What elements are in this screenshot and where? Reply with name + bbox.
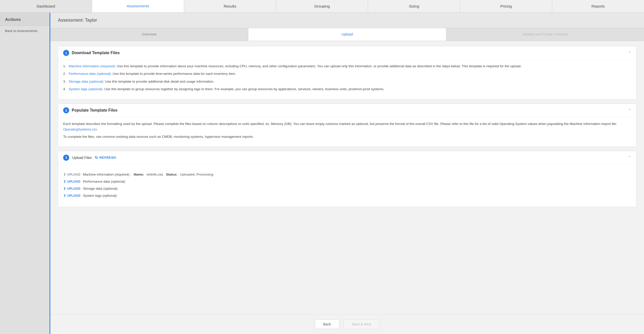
upload-machine-name-label: Name: bbox=[134, 173, 144, 176]
storage-data-link[interactable]: Storage data (optional): bbox=[69, 80, 104, 83]
download-title-text: Download Template Files bbox=[72, 51, 120, 55]
download-template-list: Machine information (required): Use this… bbox=[63, 64, 631, 92]
operating-systems-csv-link[interactable]: OperatingSystems.csv bbox=[63, 127, 97, 131]
main-layout: Actions Back to Assessments Assessment: … bbox=[0, 13, 644, 334]
populate-section-title: 2 Populate Template Files bbox=[63, 107, 117, 113]
nav-tab-sizing[interactable]: Sizing bbox=[368, 0, 460, 12]
sidebar-header: Actions bbox=[0, 13, 50, 26]
upload-section: 3 Upload Files ↻ REFRESH ⌃ bbox=[58, 151, 636, 207]
refresh-button[interactable]: ↻ REFRESH bbox=[95, 155, 116, 160]
assessment-title: Assessment: Taylor bbox=[50, 13, 644, 28]
upload-machine-status-value: Uploaded, Processing bbox=[180, 173, 213, 176]
list-item: System tags (optional): Use this templat… bbox=[63, 87, 631, 92]
upload-perf-icon: ⇧ bbox=[63, 180, 66, 184]
step-badge-2: 2 bbox=[63, 107, 69, 113]
back-to-assessments-link[interactable]: Back to Assessments bbox=[0, 26, 50, 36]
list-item: Storage data (optional): Use this templa… bbox=[63, 79, 631, 84]
tab-overview[interactable]: Overview bbox=[50, 28, 248, 41]
populate-section-header: 2 Populate Template Files ⌃ bbox=[58, 104, 636, 117]
download-section: 1 Download Template Files ⌃ Machine info… bbox=[58, 46, 636, 99]
upload-title-text: Upload Files bbox=[72, 156, 92, 160]
upload-row-tags: ⇧ UPLOAD System tags (optional) bbox=[63, 192, 631, 199]
populate-section-body: Each template describes the formatting u… bbox=[58, 117, 636, 147]
content-area: Assessment: Taylor Overview Upload Valid… bbox=[50, 13, 644, 334]
upload-tags-btn-label: UPLOAD bbox=[67, 194, 80, 197]
storage-data-desc: Use this template to provide additional … bbox=[105, 80, 214, 83]
upload-perf-btn-label: UPLOAD bbox=[67, 180, 80, 183]
nav-tab-assessments[interactable]: Assessments bbox=[92, 0, 184, 12]
nav-tab-results[interactable]: Results bbox=[184, 0, 276, 12]
populate-para1: Each template describes the formatting u… bbox=[63, 121, 631, 132]
top-nav: Dashboard Assessments Results Grouping S… bbox=[0, 0, 644, 13]
download-section-title: 1 Download Template Files bbox=[63, 50, 120, 56]
upload-perf-button[interactable]: ⇧ UPLOAD bbox=[63, 180, 80, 184]
system-tags-link[interactable]: System tags (optional): bbox=[69, 87, 103, 91]
list-item: Machine information (required): Use this… bbox=[63, 64, 631, 69]
upload-machine-status-label: Status: bbox=[166, 173, 178, 176]
populate-title-text: Populate Template Files bbox=[72, 108, 117, 113]
refresh-icon: ↻ bbox=[95, 155, 98, 160]
machine-info-desc: Use this template to provide information… bbox=[117, 64, 521, 68]
upload-machine-text: Machine information (required) : bbox=[83, 173, 131, 176]
upload-section-title-group: 3 Upload Files ↻ REFRESH bbox=[63, 155, 116, 161]
perf-data-desc: Use this template to provide time-series… bbox=[113, 72, 236, 76]
upload-machine-name-value: vmInfo.csv, bbox=[146, 173, 163, 176]
populate-collapse-icon[interactable]: ⌃ bbox=[628, 108, 631, 113]
machine-info-link[interactable]: Machine information (required): bbox=[69, 64, 116, 68]
step-badge-1: 1 bbox=[63, 50, 69, 56]
step-badge-3: 3 bbox=[63, 155, 69, 161]
upload-machine-icon: ⇧ bbox=[63, 173, 66, 177]
upload-rows: ⇧ UPLOAD Machine information (required) … bbox=[63, 169, 631, 202]
upload-tags-text: System tags (optional) bbox=[83, 194, 117, 197]
back-button[interactable]: Back bbox=[315, 319, 339, 329]
populate-para2: To complete the files, use common existi… bbox=[63, 134, 631, 140]
upload-tags-icon: ⇧ bbox=[63, 194, 66, 198]
upload-storage-button[interactable]: ⇧ UPLOAD bbox=[63, 187, 80, 191]
upload-machine-btn-label: UPLOAD bbox=[67, 173, 80, 176]
download-section-header: 1 Download Template Files ⌃ bbox=[58, 46, 636, 60]
sub-tabs: Overview Upload Validate and Create Inve… bbox=[50, 28, 644, 41]
upload-storage-btn-label: UPLOAD bbox=[67, 187, 80, 190]
page-content: 1 Download Template Files ⌃ Machine info… bbox=[50, 41, 644, 314]
list-item: Performance data (optional): Use this te… bbox=[63, 71, 631, 76]
refresh-label: REFRESH bbox=[99, 156, 116, 159]
nav-tab-dashboard[interactable]: Dashboard bbox=[0, 0, 92, 12]
upload-collapse-icon[interactable]: ⌃ bbox=[628, 155, 631, 160]
tab-validate: Validate and Create Inventory bbox=[446, 28, 644, 41]
bottom-bar: Back Save & Next bbox=[50, 314, 644, 334]
download-section-body: Machine information (required): Use this… bbox=[58, 60, 636, 99]
sidebar: Actions Back to Assessments bbox=[0, 13, 50, 334]
system-tags-desc: Use this template to group resources tog… bbox=[104, 87, 384, 91]
perf-data-link[interactable]: Performance data (optional): bbox=[69, 72, 112, 76]
nav-tab-pricing[interactable]: Pricing bbox=[460, 0, 552, 12]
upload-storage-text: Storage data (optional) bbox=[83, 187, 117, 190]
upload-section-body: ⇧ UPLOAD Machine information (required) … bbox=[58, 164, 636, 207]
populate-section: 2 Populate Template Files ⌃ Each templat… bbox=[58, 104, 636, 147]
upload-machine-button[interactable]: ⇧ UPLOAD bbox=[63, 173, 80, 177]
download-collapse-icon[interactable]: ⌃ bbox=[628, 51, 631, 55]
upload-row-storage: ⇧ UPLOAD Storage data (optional) bbox=[63, 185, 631, 192]
upload-tags-button[interactable]: ⇧ UPLOAD bbox=[63, 194, 80, 198]
upload-row-machine: ⇧ UPLOAD Machine information (required) … bbox=[63, 171, 631, 178]
upload-storage-icon: ⇧ bbox=[63, 187, 66, 191]
upload-section-header: 3 Upload Files ↻ REFRESH ⌃ bbox=[58, 151, 636, 164]
save-next-button: Save & Next bbox=[343, 319, 380, 329]
upload-row-perf: ⇧ UPLOAD Performance data (optional) bbox=[63, 178, 631, 185]
upload-perf-text: Performance data (optional) bbox=[83, 180, 125, 183]
nav-tab-reports[interactable]: Reports bbox=[552, 0, 644, 12]
tab-upload[interactable]: Upload bbox=[248, 28, 446, 41]
nav-tab-grouping[interactable]: Grouping bbox=[276, 0, 368, 12]
